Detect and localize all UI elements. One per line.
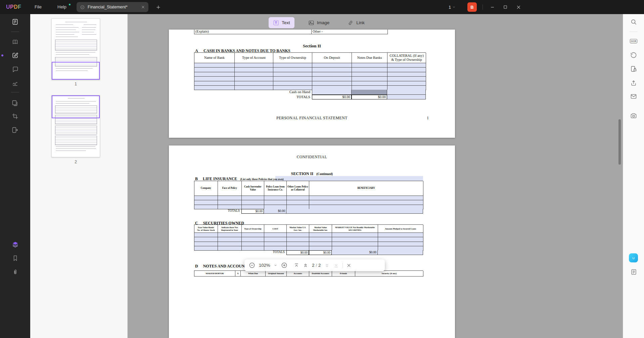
- crop-pages-icon[interactable]: [11, 112, 19, 120]
- zoom-level-value[interactable]: 102%: [259, 263, 270, 268]
- close-toolbar-button[interactable]: [347, 263, 351, 268]
- first-page-button[interactable]: [294, 263, 299, 268]
- empty-table-cell: [264, 246, 287, 251]
- text-tool-button[interactable]: Text: [269, 17, 294, 28]
- cash-on-hand-row: Cash on Hand: [194, 90, 426, 95]
- text-tool-icon: [273, 20, 279, 26]
- link-tool-button[interactable]: Link: [343, 17, 369, 28]
- column-header: COST: [264, 225, 287, 233]
- column-header: Type of Account: [235, 53, 273, 63]
- window-count-dropdown[interactable]: 1: [449, 0, 456, 14]
- pdf-page-2[interactable]: CONFIDENTIAL SECTION II (Continued) B LI…: [169, 145, 455, 338]
- new-tab-button[interactable]: [154, 3, 162, 11]
- close-button[interactable]: [513, 2, 524, 12]
- vertical-scrollbar[interactable]: [618, 119, 621, 165]
- current-page-value[interactable]: 2: [312, 263, 314, 268]
- column-header: On Deposit: [312, 53, 352, 63]
- page-2-thumbnail[interactable]: [51, 95, 100, 157]
- empty-table-cell: [352, 63, 387, 68]
- empty-table-cell: [194, 68, 235, 72]
- page-thumbnails-icon[interactable]: [11, 18, 19, 26]
- empty-table-cell: [194, 205, 218, 209]
- totals-label: TOTALS: [194, 95, 312, 99]
- screenshot-icon[interactable]: [630, 112, 638, 120]
- convert-icon[interactable]: [11, 126, 19, 134]
- highlight-strip: [275, 176, 423, 181]
- zoom-in-button[interactable]: [281, 262, 287, 268]
- fill-sign-icon[interactable]: [11, 79, 19, 87]
- minimize-button[interactable]: [487, 2, 498, 12]
- empty-table-cell: [287, 196, 309, 200]
- thumbnail-panel: 1 2: [30, 14, 128, 338]
- empty-table-cell: [332, 242, 378, 246]
- totals-label: TOTALS: [194, 209, 241, 214]
- empty-table-cell: [194, 233, 218, 237]
- last-page-button[interactable]: [333, 263, 339, 268]
- file-menu[interactable]: File: [35, 0, 42, 14]
- ai-layers-icon[interactable]: [11, 240, 19, 248]
- text-tool-label: Text: [282, 20, 290, 25]
- empty-table-cell: [235, 81, 273, 86]
- zoom-dropdown-caret-icon[interactable]: [274, 263, 277, 267]
- organize-pages-icon[interactable]: [11, 99, 19, 107]
- empty-table-cell: [273, 77, 312, 81]
- column-header: Friends: [332, 271, 355, 277]
- empty-table-cell: [242, 237, 264, 242]
- empty-table-cell: [312, 90, 352, 95]
- search-icon[interactable]: [630, 18, 638, 26]
- section-d-letter: D: [195, 264, 198, 268]
- column-header: Company: [194, 181, 218, 196]
- window-count-value: 1: [449, 5, 451, 10]
- empty-table-cell: [387, 90, 426, 95]
- maximize-button[interactable]: [500, 2, 511, 12]
- ocr-icon[interactable]: OCR: [630, 37, 638, 45]
- attachment-icon[interactable]: [11, 268, 19, 276]
- zoom-toolbar: 102% 2 / 2: [244, 259, 385, 271]
- empty-table-cell: [194, 196, 218, 200]
- updf-ai-icon[interactable]: [629, 253, 638, 262]
- column-header: Cash Surrender Value: [242, 181, 264, 196]
- page-footer-number: 1: [427, 116, 429, 121]
- section-b-heading: LIFE INSURANCE: [203, 176, 237, 181]
- empty-table-cell: [273, 68, 312, 72]
- document-canvas[interactable]: Text Image Link (Explain) Other - Sect: [128, 14, 623, 338]
- edit-pdf-icon[interactable]: [11, 51, 19, 59]
- totals-label: TOTALS: [194, 250, 286, 255]
- bookmark-icon[interactable]: [11, 254, 19, 262]
- empty-table-cell: [218, 205, 242, 209]
- empty-table-cell: [387, 95, 426, 99]
- zoom-out-button[interactable]: [249, 262, 255, 268]
- empty-table-cell: [242, 233, 264, 237]
- life-total-2: $0.00: [264, 209, 286, 214]
- empty-table-cell: [387, 68, 426, 72]
- page-1-thumbnail[interactable]: [51, 18, 100, 80]
- column-header: Original Amount: [266, 271, 287, 277]
- empty-table-cell: [312, 68, 352, 72]
- empty-table-cell: [218, 200, 242, 205]
- reader-mode-icon[interactable]: [11, 38, 19, 46]
- empty-table-cell: [242, 200, 264, 205]
- next-page-button[interactable]: [324, 263, 330, 268]
- sec-total-1: $0.00: [286, 250, 309, 255]
- empty-table-cell: [378, 242, 423, 246]
- previous-page-button[interactable]: [303, 263, 308, 268]
- total-pages-value: 2: [318, 263, 321, 268]
- help-menu[interactable]: Help: [57, 0, 66, 14]
- page-indicator[interactable]: 2 / 2: [312, 263, 321, 268]
- empty-table-cell: [309, 196, 423, 200]
- share-icon[interactable]: [630, 79, 638, 87]
- empty-table-cell: [264, 200, 287, 205]
- tab-close-icon[interactable]: [141, 5, 145, 9]
- protect-lock-icon[interactable]: [630, 65, 638, 73]
- link-tool-icon: [348, 20, 354, 26]
- account-avatar[interactable]: B: [467, 2, 477, 12]
- life-total-1: $0.00: [241, 209, 264, 214]
- sticky-note-icon[interactable]: [630, 268, 638, 276]
- comment-icon[interactable]: [11, 65, 19, 73]
- document-tab[interactable]: Financial_Statement*: [77, 2, 148, 12]
- image-tool-button[interactable]: Image: [304, 17, 334, 28]
- history-icon[interactable]: [630, 51, 638, 59]
- empty-table-cell: [309, 200, 423, 205]
- mail-icon[interactable]: [630, 92, 638, 100]
- pdf-page-1[interactable]: (Explain) Other - Section II A CASH IN B…: [169, 30, 455, 138]
